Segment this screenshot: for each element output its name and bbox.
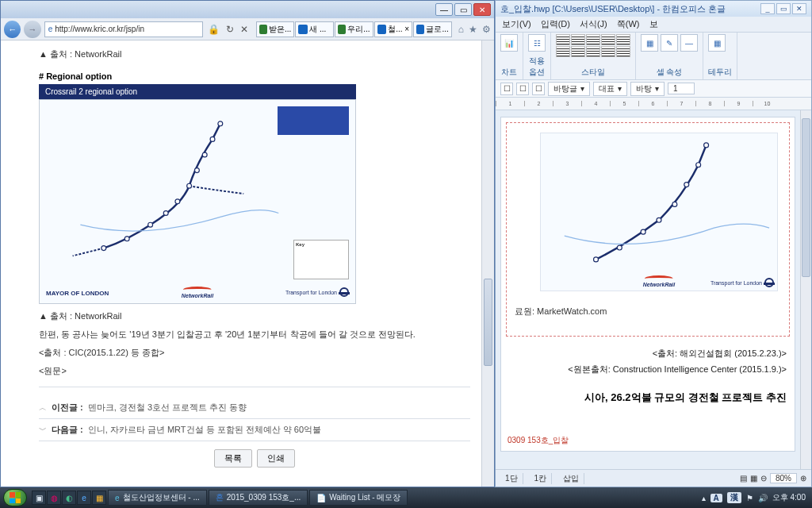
ql-icon[interactable]: ▣ xyxy=(32,491,46,505)
stop-icon[interactable]: ✕ xyxy=(240,24,248,35)
notepad-icon: 📄 xyxy=(316,494,326,502)
select-value: 바탕글 xyxy=(553,83,577,94)
print-button[interactable]: 인쇄 xyxy=(257,449,295,468)
home-icon[interactable]: ⌂ xyxy=(458,24,464,35)
chevron-up-icon: ︿ xyxy=(39,402,47,414)
tab-5[interactable]: 글로... xyxy=(413,21,452,37)
zoom-out-icon[interactable]: ⊖ xyxy=(760,474,767,483)
style-select[interactable]: 바탕글▾ xyxy=(548,82,590,96)
fill-icon[interactable]: ▦ xyxy=(641,34,658,52)
ime-lang[interactable]: A xyxy=(710,494,722,502)
tfl-text: Transport for London xyxy=(710,280,762,286)
view-icon[interactable]: ▤ xyxy=(740,474,747,483)
next-label: 다음글 : xyxy=(52,424,83,436)
task-item[interactable]: e철도산업정보센터 - ... xyxy=(108,490,207,506)
hwp-titlebar: 호_입찰.hwp [C:\Users\USER\Desktop\] - 한컴오피… xyxy=(496,1,811,17)
ruler[interactable]: 12345678910 xyxy=(496,98,811,110)
reload-icon[interactable]: ↻ xyxy=(226,24,234,35)
tab-2[interactable]: 새 ... xyxy=(295,21,334,37)
maximize-button[interactable]: ▭ xyxy=(454,3,472,16)
button-row: 목록 인쇄 xyxy=(39,449,470,468)
status-col: 1단 xyxy=(500,473,523,484)
ql-icon[interactable]: e xyxy=(77,491,91,505)
pencil-icon[interactable]: ✎ xyxy=(661,34,678,52)
clock[interactable]: 오후 4:00 xyxy=(772,492,806,503)
font-select[interactable]: 바탕▾ xyxy=(630,82,665,96)
prev-label: 이전글 : xyxy=(52,402,83,414)
svg-point-0 xyxy=(102,246,106,251)
task-item[interactable]: 📄Waiting List - 메모장 xyxy=(309,490,408,506)
volume-icon[interactable]: 🔊 xyxy=(758,494,768,502)
prev-article[interactable]: ︿ 이전글 : 덴마크, 경전철 3호선 프로젝트 추진 동향 xyxy=(39,397,470,418)
svg-point-3 xyxy=(163,211,168,216)
stop-lock-icon[interactable]: 🔒 xyxy=(208,24,220,35)
ribbon-border: ▦테두리 xyxy=(703,33,737,79)
menu-format[interactable]: 서식(J) xyxy=(580,18,607,30)
back-button[interactable]: ← xyxy=(4,21,21,38)
line-icon[interactable]: — xyxy=(680,34,698,52)
zoom-in-icon[interactable]: ⊕ xyxy=(800,474,806,483)
ql-icon[interactable]: ◍ xyxy=(47,491,61,505)
original-link[interactable]: <원문> xyxy=(39,365,470,377)
tray-up-icon[interactable]: ▴ xyxy=(702,494,706,502)
new-icon[interactable]: ☐ xyxy=(500,83,513,95)
hwp-document[interactable]: NetworkRail Transport for London 료원: Mar… xyxy=(500,117,795,452)
scroll-thumb[interactable] xyxy=(484,279,492,366)
ie-scrollbar[interactable] xyxy=(481,40,494,487)
doc-tab-name[interactable]: 0309 153호_입찰 xyxy=(508,435,569,446)
tab-4[interactable]: 철... × xyxy=(374,21,413,37)
close-button[interactable]: ✕ xyxy=(792,3,806,14)
menu-view[interactable]: 보기(V) xyxy=(502,18,531,30)
ribbon-label: 스타일 xyxy=(556,67,630,78)
apply-icon[interactable]: ☷ xyxy=(528,34,546,52)
start-button[interactable] xyxy=(3,489,27,506)
select-value: 대표 xyxy=(599,83,615,94)
svg-point-6 xyxy=(194,168,199,173)
networkrail-logo: NetworkRail xyxy=(182,287,213,298)
crossrail-map: Key MAYOR OF LONDON NetworkRail Transpor… xyxy=(39,99,356,304)
size-select[interactable]: 1 xyxy=(668,83,695,94)
next-article[interactable]: ﹀ 다음글 : 인니, 자카르타 금년 MRT건설 등 포함된 전체예산 약 6… xyxy=(39,419,470,441)
ime-hanja[interactable]: 漢 xyxy=(727,492,741,503)
chart-icon[interactable]: 📊 xyxy=(500,34,518,52)
task-item[interactable]: 혼2015_0309 153호_... xyxy=(209,490,308,506)
list-button[interactable]: 목록 xyxy=(214,449,252,468)
save-icon[interactable]: ☐ xyxy=(532,83,545,95)
svg-point-9 xyxy=(218,121,223,126)
zoom-control: ▤ ▦ ⊖ 80% ⊕ xyxy=(740,473,806,483)
svg-point-10 xyxy=(594,257,599,262)
open-icon[interactable]: ☐ xyxy=(516,83,529,95)
border-icon[interactable]: ▦ xyxy=(708,34,726,52)
table-cell: NetworkRail Transport for London 료원: Mar… xyxy=(506,122,790,337)
hwp-statusbar: 1단 1칸 삽입 ▤ ▦ ⊖ 80% ⊕ xyxy=(496,469,811,487)
svg-point-5 xyxy=(187,183,192,188)
view-icon[interactable]: ▦ xyxy=(750,474,757,483)
ql-icon[interactable]: ◐ xyxy=(62,491,76,505)
menu-more[interactable]: 보 xyxy=(649,18,658,30)
tab-label: 글로... xyxy=(426,24,448,35)
address-bar[interactable]: ehttp://www.kric.or.kr/jsp/in xyxy=(44,21,203,37)
menu-input[interactable]: 입력(D) xyxy=(541,18,570,30)
close-button[interactable]: ✕ xyxy=(473,3,491,16)
forward-button[interactable]: → xyxy=(24,21,40,38)
style-grid[interactable] xyxy=(556,34,630,57)
tab-3[interactable]: 우리... xyxy=(335,21,373,37)
prev-title: 덴마크, 경전철 3호선 프로젝트 추진 동향 xyxy=(88,402,247,414)
tfl-label: Transport for London xyxy=(285,287,349,297)
tfl-text: Transport for London xyxy=(285,290,337,295)
zoom-value[interactable]: 80% xyxy=(770,473,797,483)
tab-1[interactable]: 받은... xyxy=(256,21,295,37)
restore-button[interactable]: ▭ xyxy=(776,3,791,14)
hwp-scrollbar[interactable] xyxy=(800,110,811,469)
tools-icon[interactable]: ⚙ xyxy=(482,24,491,35)
ql-icon[interactable]: ▦ xyxy=(92,491,106,505)
favicon-icon xyxy=(338,25,346,34)
minimize-button[interactable]: — xyxy=(435,3,453,16)
scroll-thumb[interactable] xyxy=(802,118,810,277)
minimize-button[interactable]: _ xyxy=(760,3,775,14)
rep-select[interactable]: 대표▾ xyxy=(593,82,627,96)
map-legend: Key xyxy=(293,240,349,279)
tray-icon[interactable]: ⚑ xyxy=(746,494,753,502)
menu-page[interactable]: 쪽(W) xyxy=(617,18,640,30)
favorites-icon[interactable]: ★ xyxy=(469,24,477,35)
